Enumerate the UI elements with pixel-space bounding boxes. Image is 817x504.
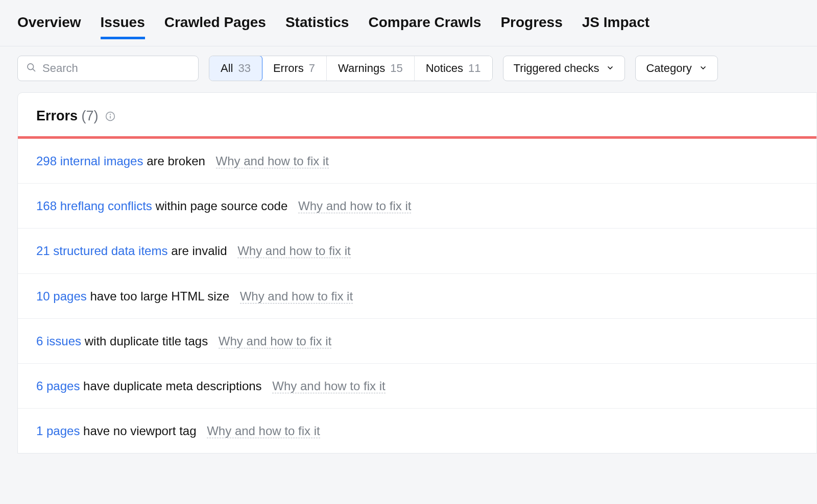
filter-notices[interactable]: Notices 11 <box>415 56 492 81</box>
errors-panel-header: Errors (7) <box>18 93 816 136</box>
issue-row: 21 structured data items are invalid Why… <box>18 229 816 273</box>
issue-row: 10 pages have too large HTML size Why an… <box>18 274 816 319</box>
issue-text: have too large HTML size <box>87 289 229 303</box>
tab-progress[interactable]: Progress <box>500 14 562 39</box>
category-label: Category <box>646 62 691 75</box>
chevron-down-icon <box>606 62 614 75</box>
chevron-down-icon <box>699 62 707 75</box>
main-tabs: Overview Issues Crawled Pages Statistics… <box>0 0 817 46</box>
filter-all-count: 33 <box>238 62 250 75</box>
issue-link[interactable]: 1 pages <box>36 424 80 438</box>
tab-compare-crawls[interactable]: Compare Crawls <box>368 14 481 39</box>
search-icon <box>26 62 36 74</box>
issue-row: 6 pages have duplicate meta descriptions… <box>18 364 816 409</box>
filter-warnings-count: 15 <box>390 62 402 75</box>
issue-text: with duplicate title tags <box>81 334 208 348</box>
info-icon[interactable] <box>105 111 116 122</box>
tab-js-impact[interactable]: JS Impact <box>582 14 650 39</box>
issue-text: within page source code <box>152 199 288 213</box>
tab-crawled-pages[interactable]: Crawled Pages <box>164 14 266 39</box>
filter-notices-label: Notices <box>426 62 463 75</box>
issue-link[interactable]: 298 internal images <box>36 154 143 168</box>
why-and-how-link[interactable]: Why and how to fix it <box>219 334 331 348</box>
filter-all[interactable]: All 33 <box>209 56 262 81</box>
issue-text: are broken <box>143 154 205 168</box>
issue-row: 6 issues with duplicate title tags Why a… <box>18 319 816 364</box>
errors-panel: Errors (7) 298 internal images are broke… <box>17 92 817 453</box>
filter-errors-count: 7 <box>309 62 315 75</box>
issue-link[interactable]: 21 structured data items <box>36 244 167 258</box>
issue-text: have duplicate meta descriptions <box>80 379 261 393</box>
triggered-checks-label: Triggered checks <box>514 62 599 75</box>
triggered-checks-dropdown[interactable]: Triggered checks <box>503 56 626 81</box>
tab-statistics[interactable]: Statistics <box>285 14 349 39</box>
tab-issues[interactable]: Issues <box>101 14 145 39</box>
errors-title-text: Errors <box>36 108 78 123</box>
issue-link[interactable]: 168 hreflang conflicts <box>36 199 152 213</box>
issue-text: are invalid <box>167 244 227 258</box>
issue-link[interactable]: 6 pages <box>36 379 80 393</box>
svg-point-4 <box>110 114 110 114</box>
why-and-how-link[interactable]: Why and how to fix it <box>207 424 320 438</box>
filter-errors-label: Errors <box>273 62 304 75</box>
filter-notices-count: 11 <box>468 62 480 75</box>
why-and-how-link[interactable]: Why and how to fix it <box>240 289 353 304</box>
why-and-how-link[interactable]: Why and how to fix it <box>272 379 385 393</box>
issue-row: 1 pages have no viewport tag Why and how… <box>18 409 816 453</box>
why-and-how-link[interactable]: Why and how to fix it <box>298 199 411 213</box>
issue-row: 298 internal images are broken Why and h… <box>18 139 816 184</box>
issue-link[interactable]: 10 pages <box>36 289 87 303</box>
filter-all-label: All <box>221 62 233 75</box>
why-and-how-link[interactable]: Why and how to fix it <box>216 154 329 168</box>
errors-title-count: (7) <box>82 108 99 123</box>
filter-warnings[interactable]: Warnings 15 <box>327 56 415 81</box>
category-dropdown[interactable]: Category <box>635 56 717 81</box>
errors-panel-title: Errors (7) <box>36 108 99 124</box>
filter-toolbar: All 33 Errors 7 Warnings 15 Notices 11 T… <box>0 46 817 92</box>
issue-link[interactable]: 6 issues <box>36 334 81 348</box>
svg-line-1 <box>33 69 35 71</box>
why-and-how-link[interactable]: Why and how to fix it <box>237 244 350 258</box>
filter-warnings-label: Warnings <box>338 62 385 75</box>
search-input[interactable] <box>42 62 190 75</box>
filter-errors[interactable]: Errors 7 <box>262 56 327 81</box>
tab-overview[interactable]: Overview <box>17 14 81 39</box>
issue-row: 168 hreflang conflicts within page sourc… <box>18 184 816 229</box>
issue-type-filter: All 33 Errors 7 Warnings 15 Notices 11 <box>209 56 493 81</box>
issue-text: have no viewport tag <box>80 424 196 438</box>
search-box[interactable] <box>17 56 199 81</box>
